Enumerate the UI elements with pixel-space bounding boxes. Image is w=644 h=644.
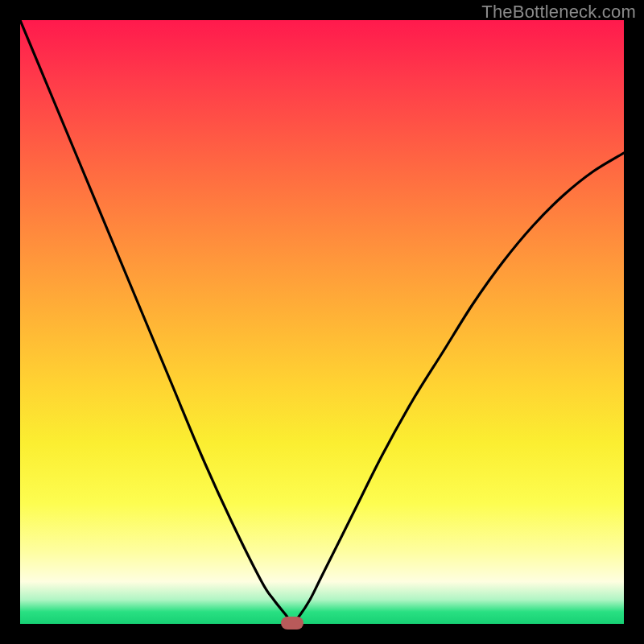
bottleneck-curve xyxy=(20,20,624,624)
plot-area xyxy=(20,20,624,624)
watermark: TheBottleneck.com xyxy=(481,2,636,23)
optimum-marker xyxy=(281,617,303,630)
chart-frame: TheBottleneck.com xyxy=(0,0,644,644)
